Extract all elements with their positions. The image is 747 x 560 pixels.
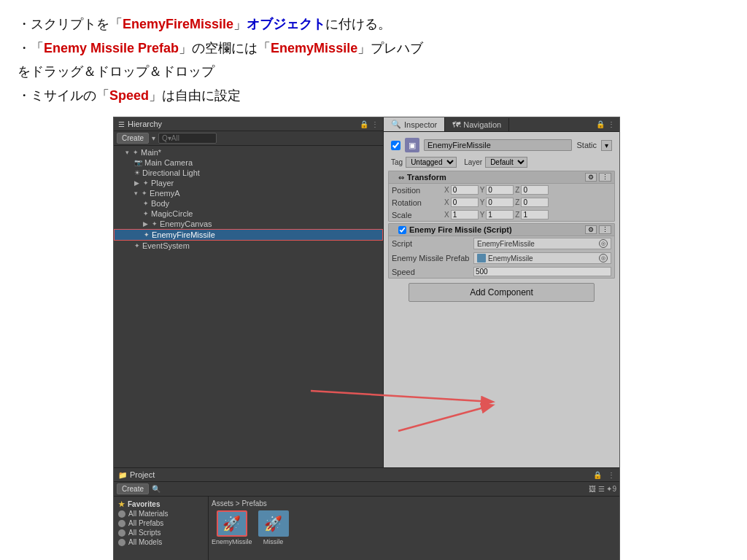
favorites-item-models[interactable]: All Models xyxy=(114,537,208,547)
tag-layer-row: Tag Untagged Layer Default xyxy=(387,155,616,169)
position-z-input[interactable] xyxy=(521,185,549,195)
instruction-line-3: をドラッグ＆ドロップ＆ドロップ xyxy=(18,61,729,83)
hierarchy-item-maincamera[interactable]: 📷 Main Camera xyxy=(114,158,383,168)
favorites-item-label: All Prefabs xyxy=(128,519,163,527)
hierarchy-item-label: EventSystem xyxy=(142,241,190,250)
hierarchy-search-input[interactable] xyxy=(158,133,217,144)
gameobj-icon: ✦ xyxy=(143,210,149,217)
project-create-button[interactable]: Create xyxy=(117,483,149,494)
static-label: Static xyxy=(576,141,597,149)
tab-navigation[interactable]: 🗺 Navigation xyxy=(445,118,509,131)
scale-y-input[interactable] xyxy=(486,210,514,219)
object-name-input[interactable] xyxy=(424,139,572,151)
favorites-title: ★ Favorites xyxy=(114,499,208,509)
transform-component: ▾ ⇔ Transform ⚙ ⋮ Position xyxy=(388,171,615,222)
assets-grid: 🚀 EnemyMissile 🚀 Missile xyxy=(212,510,616,545)
position-x-input[interactable] xyxy=(451,185,479,195)
camera-icon: 📷 xyxy=(134,159,142,166)
project-header: 📁 Project 🔒 ⋮ xyxy=(114,468,619,482)
arrow-down-icon: ▾ xyxy=(134,190,138,197)
arrow-down-icon: ▾ xyxy=(125,149,129,156)
hierarchy-header: ☰ Hierarchy 🔒 ⋮ xyxy=(114,117,383,131)
position-values: X Y Z xyxy=(444,185,611,195)
tab-inspector[interactable]: 🔍 Inspector xyxy=(384,117,445,131)
prefab-label: Enemy Missile Prefab xyxy=(392,254,472,262)
script-menu-button[interactable]: ⋮ xyxy=(599,225,611,234)
hierarchy-item-enemya[interactable]: ▾ ✦ EnemyA xyxy=(114,188,383,198)
hierarchy-item-magiccircle[interactable]: ✦ MagicCircle xyxy=(114,209,383,219)
scale-z-input[interactable] xyxy=(521,210,549,219)
script-label: Script xyxy=(392,239,472,248)
position-y-input[interactable] xyxy=(486,185,514,195)
prefab-select-icon[interactable]: ◎ xyxy=(599,254,608,262)
project-menu-icon: ⋮ xyxy=(608,471,615,479)
static-dropdown-button[interactable]: ▾ xyxy=(601,140,612,151)
position-label: Position xyxy=(392,185,443,195)
layer-select[interactable]: Default xyxy=(485,157,527,168)
object-active-checkbox[interactable] xyxy=(391,141,400,150)
script-value: EnemyFireMissile ◎ xyxy=(473,238,611,249)
asset-item-enemymissile[interactable]: 🚀 EnemyMissile xyxy=(212,510,252,545)
scale-x-input[interactable] xyxy=(451,210,479,219)
instruction-line-1: ・スクリプトを「EnemyFireMissile」オブジェクトに付ける。 xyxy=(18,13,729,36)
add-component-button[interactable]: Add Component xyxy=(409,283,595,302)
script-enabled-checkbox[interactable] xyxy=(398,226,406,234)
hierarchy-item-label: MagicCircle xyxy=(151,209,193,218)
rotation-y-input[interactable] xyxy=(486,198,514,207)
script-component: ▾ Enemy Fire Missile (Script) ⚙ ⋮ Script xyxy=(388,223,615,279)
circle-icon xyxy=(118,520,125,527)
menu-icon: ⋮ xyxy=(608,120,615,128)
inspector-tabs: 🔍 Inspector 🗺 Navigation 🔒 ⋮ xyxy=(384,117,619,132)
assets-browser: Assets > Prefabs 🚀 EnemyMissile xyxy=(209,497,619,560)
hierarchy-create-button[interactable]: Create xyxy=(117,133,149,144)
hierarchy-item-label: Body xyxy=(151,199,169,208)
hierarchy-item-body[interactable]: ✦ Body xyxy=(114,198,383,209)
hierarchy-lock-icon: 🔒 xyxy=(360,120,368,128)
favorites-item-materials[interactable]: All Materials xyxy=(114,509,208,518)
hierarchy-item-enemycanvas[interactable]: ▶ ✦ EnemyCanvas xyxy=(114,219,383,229)
hierarchy-item-main[interactable]: ▾ ✦ Main* xyxy=(114,147,383,158)
project-panel-icon: 📁 xyxy=(118,471,127,479)
prefab-value: EnemyMissile ◎ xyxy=(473,252,611,264)
gameobj-icon: ✦ xyxy=(144,231,150,238)
transform-menu-button[interactable]: ⋮ xyxy=(599,173,611,182)
hierarchy-item-eventsystem[interactable]: ✦ EventSystem xyxy=(114,241,383,251)
transform-header[interactable]: ▾ ⇔ Transform ⚙ ⋮ xyxy=(389,171,614,184)
rotation-x-input[interactable] xyxy=(451,198,479,207)
hierarchy-item-directionallight[interactable]: ☀ Directional Light xyxy=(114,168,383,178)
inspector-controls: 🔒 ⋮ xyxy=(592,118,619,131)
hierarchy-item-label: Player xyxy=(151,179,174,187)
script-options-button[interactable]: ⚙ xyxy=(585,225,597,234)
rotation-z-input[interactable] xyxy=(521,198,549,207)
script-component-header[interactable]: ▾ Enemy Fire Missile (Script) ⚙ ⋮ xyxy=(389,224,614,236)
navigation-tab-icon: 🗺 xyxy=(452,120,460,129)
hierarchy-item-enemyfiremissile[interactable]: ✦ EnemyFireMissile xyxy=(114,229,383,241)
script-select-icon[interactable]: ◎ xyxy=(599,239,608,248)
layer-label: Layer xyxy=(464,158,482,166)
transform-icon: ⇔ xyxy=(398,174,404,182)
instruction-text: ・スクリプトを「EnemyFireMissile」オブジェクトに付ける。 ・「E… xyxy=(0,0,747,117)
gameobj-icon: ✦ xyxy=(143,179,149,187)
scale-values: X Y Z xyxy=(444,210,611,219)
favorites-item-scripts[interactable]: All Scripts xyxy=(114,528,208,537)
assets-breadcrumb: Assets > Prefabs xyxy=(212,499,616,508)
script-component-title: Enemy Fire Missile (Script) xyxy=(409,225,582,234)
transform-options-button[interactable]: ⚙ xyxy=(585,173,597,182)
prefab-icon xyxy=(477,254,486,262)
transform-arrow-icon: ▾ xyxy=(392,174,395,181)
object-icon: ▣ xyxy=(405,138,419,152)
favorites-item-label: All Scripts xyxy=(128,529,160,537)
tag-select[interactable]: Untagged xyxy=(406,157,457,168)
inspector-content: ▣ Static ▾ Tag Untagged Layer xyxy=(384,132,619,467)
favorites-item-prefabs[interactable]: All Prefabs xyxy=(114,518,208,528)
script-name: EnemyFireMissile xyxy=(477,240,535,248)
asset-item-missile[interactable]: 🚀 Missile xyxy=(258,510,289,545)
speed-input[interactable] xyxy=(473,267,611,276)
favorites-item-label: All Models xyxy=(128,538,162,546)
project-content: ★ Favorites All Materials All Prefabs Al… xyxy=(114,497,619,560)
favorites-label: Favorites xyxy=(128,500,160,508)
hierarchy-item-player[interactable]: ▶ ✦ Player xyxy=(114,178,383,188)
instruction-line-4: ・ミサイルの「Speed」は自由に設定 xyxy=(18,85,729,107)
transform-title: Transform xyxy=(407,173,582,182)
asset-label-enemymissile: EnemyMissile xyxy=(212,538,252,545)
